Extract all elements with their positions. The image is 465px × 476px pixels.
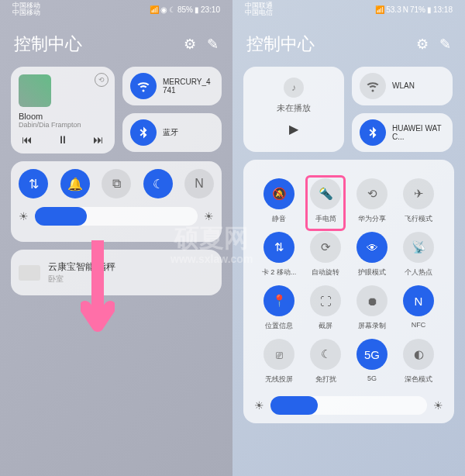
gear-icon[interactable]: ⚙ <box>416 36 429 53</box>
bt-name: 蓝牙 <box>163 128 178 137</box>
toggle-5g[interactable]: 5G5G <box>350 339 394 385</box>
toggle-label: 静音 <box>272 214 286 224</box>
toggle-hotspot[interactable]: 📡个人热点 <box>397 232 440 278</box>
cast-icon: ⎚ <box>264 339 294 370</box>
page-title: 控制中心 <box>14 33 82 56</box>
toggle-loc[interactable]: 📍位置信息 <box>257 285 301 331</box>
toggle-plane[interactable]: ✈飞行模式 <box>397 178 440 224</box>
torch-icon: 🔦 <box>310 178 341 209</box>
music-card[interactable]: ⟲ Bloom Dabin/Dia Frampton ⏮ ⏸ ⏭ <box>11 67 115 153</box>
toggle-bell[interactable]: 🔕静音 <box>257 178 301 224</box>
toggle-rotate[interactable]: ⟳自动旋转 <box>304 232 347 278</box>
signal-icon: 📶 <box>375 5 384 14</box>
brightness-slider[interactable]: ☀ ☀ <box>254 395 443 416</box>
edit-icon[interactable]: ✎ <box>207 36 219 53</box>
toggle-label: 自动旋转 <box>312 267 339 278</box>
next-button[interactable]: ⏭ <box>93 133 104 146</box>
sun-low-icon: ☀ <box>254 399 264 412</box>
toggle-label: 无线投屏 <box>265 374 293 385</box>
now-playing: 未在播放 <box>251 102 336 114</box>
link-toggle[interactable]: ⧉ <box>102 169 131 198</box>
toggle-label: 卡 2 移动... <box>262 267 297 278</box>
dnd-toggle[interactable]: ☾ <box>143 169 173 198</box>
device-name: 云康宝智能 指秤 <box>48 260 115 274</box>
toggle-eye[interactable]: 👁护眼模式 <box>350 232 394 278</box>
bt-toggle[interactable]: 蓝牙 <box>122 113 222 152</box>
toggle-label: 位置信息 <box>265 321 293 331</box>
toggle-label: 免打扰 <box>315 374 336 385</box>
phone-right: 中国联通 中国电信 📶 53.3 N 71% ▮ 13:18 控制中心 ⚙ ✎ … <box>232 0 465 476</box>
status-bar: 中国移动 中国移动 📶 ◉ ☾ 85% ▮ 23:10 <box>11 0 222 19</box>
toggle-shot[interactable]: ⛶截屏 <box>304 285 347 331</box>
wifi-toggle[interactable]: WLAN <box>352 67 453 105</box>
status-bar: 中国联通 中国电信 📶 53.3 N 71% ▮ 13:18 <box>243 0 454 19</box>
phone-left: 中国移动 中国移动 📶 ◉ ☾ 85% ▮ 23:10 控制中心 ⚙ ✎ ⟲ B… <box>0 0 232 476</box>
toggle-cast[interactable]: ⎚无线投屏 <box>257 339 301 385</box>
carrier-2: 中国电信 <box>245 9 273 16</box>
bluetooth-icon <box>360 119 386 146</box>
sound-toggle[interactable]: 🔔 <box>60 169 90 198</box>
wifi-name: MERCURY_4741 <box>163 78 214 95</box>
device-card[interactable]: 云康宝智能 指秤 卧室 <box>11 250 222 295</box>
toggle-label: 护眼模式 <box>358 267 386 278</box>
wifi-icon: ◉ <box>160 5 167 14</box>
bt-toggle[interactable]: HUAWEI WATC... <box>352 113 453 152</box>
data-toggle[interactable]: ⇅ <box>19 169 48 198</box>
bt-name: HUAWEI WATC... <box>392 124 445 142</box>
toggle-share[interactable]: ⟲华为分享 <box>350 178 394 224</box>
battery-pct: 85% <box>177 5 193 14</box>
bell-icon: 🔕 <box>264 178 294 209</box>
clock: 13:18 <box>433 5 453 14</box>
clock: 23:10 <box>201 5 220 14</box>
toggles-grid: 🔕静音🔦手电筒⟲华为分享✈飞行模式⇅卡 2 移动...⟳自动旋转👁护眼模式📡个人… <box>243 160 454 423</box>
toggle-data[interactable]: ⇅卡 2 移动... <box>257 232 301 278</box>
page-title: 控制中心 <box>246 33 315 56</box>
toggle-rec[interactable]: ⏺屏幕录制 <box>350 285 394 331</box>
wifi-toggle[interactable]: MERCURY_4741 <box>122 67 222 105</box>
pause-button[interactable]: ⏸ <box>57 133 68 146</box>
prev-button[interactable]: ⏮ <box>22 133 33 146</box>
dark-icon: ◐ <box>403 339 434 370</box>
play-button[interactable]: ▶ <box>251 122 336 136</box>
toggle-label: 手电筒 <box>315 214 336 224</box>
toggle-label: 屏幕录制 <box>358 321 386 331</box>
share-icon: ⟲ <box>356 178 388 209</box>
rec-icon: ⏺ <box>356 285 388 316</box>
toggle-nfc[interactable]: NNFC <box>397 285 440 331</box>
data-icon: ⇅ <box>264 232 294 263</box>
battery-pct: 71% <box>410 5 425 14</box>
music-card[interactable]: ♪ 未在播放 ▶ <box>243 67 344 152</box>
track-artist: Dabin/Dia Frampton <box>19 121 107 129</box>
toggle-dnd[interactable]: ☾免打扰 <box>304 339 347 385</box>
net-speed: 53.3 <box>386 5 401 14</box>
cast-icon[interactable]: ⟲ <box>95 73 108 87</box>
nfc-toggle[interactable]: N <box>184 169 214 198</box>
music-icon: ♪ <box>284 78 304 98</box>
toggles-row: ⇅ 🔔 ⧉ ☾ N <box>19 169 214 198</box>
toggle-torch[interactable]: 🔦手电筒 <box>304 178 347 224</box>
rotate-icon: ⟳ <box>310 232 341 263</box>
toggle-dark[interactable]: ◐深色模式 <box>397 339 440 385</box>
brightness-slider[interactable]: ☀ ☀ <box>19 206 214 226</box>
toggle-label: NFC <box>412 321 426 329</box>
signal-icon: 📶 <box>150 5 159 14</box>
scale-icon <box>19 265 40 281</box>
loc-icon: 📍 <box>264 285 294 316</box>
bluetooth-icon <box>130 119 157 146</box>
toggle-label: 深色模式 <box>405 374 432 385</box>
gear-icon[interactable]: ⚙ <box>184 36 196 53</box>
hotspot-icon: 📡 <box>403 232 434 263</box>
dnd-icon: ☾ <box>310 339 341 370</box>
plane-icon: ✈ <box>403 178 434 209</box>
battery-icon: ▮ <box>195 5 199 14</box>
moon-icon: ☾ <box>169 5 176 14</box>
edit-icon[interactable]: ✎ <box>439 36 451 53</box>
track-title: Bloom <box>19 112 107 121</box>
5g-icon: 5G <box>356 339 388 370</box>
toggle-label: 5G <box>367 374 377 382</box>
sun-low-icon: ☀ <box>19 210 29 222</box>
sun-high-icon: ☀ <box>204 210 214 222</box>
device-room: 卧室 <box>48 274 115 285</box>
wifi-icon <box>360 73 386 99</box>
wifi-icon <box>130 73 157 99</box>
